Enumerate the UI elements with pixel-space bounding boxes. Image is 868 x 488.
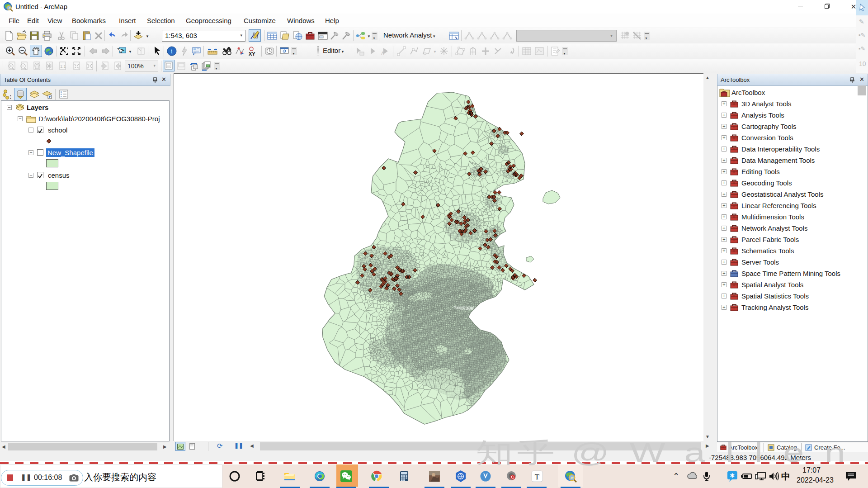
svg-text:T: T (535, 473, 540, 481)
svg-text:i: i (171, 48, 173, 55)
svg-text:XY: XY (249, 51, 255, 57)
svg-text:1:1: 1:1 (60, 64, 66, 69)
svg-text:✱: ✱ (730, 472, 735, 479)
svg-text:A: A (381, 51, 384, 56)
svg-text::: : (9, 93, 11, 100)
